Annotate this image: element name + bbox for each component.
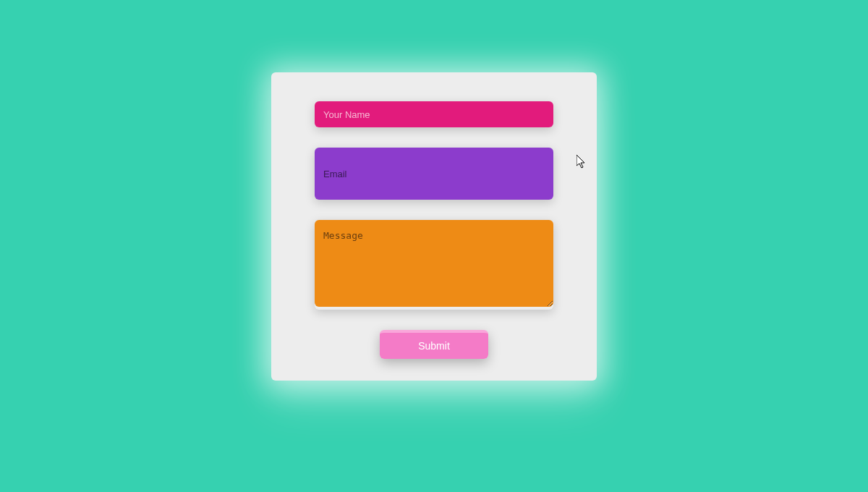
name-field-wrap — [315, 101, 553, 127]
name-input[interactable] — [315, 101, 553, 127]
contact-form-card: Submit — [271, 72, 597, 381]
submit-wrap: Submit — [380, 330, 488, 359]
submit-button[interactable]: Submit — [380, 330, 488, 359]
email-field-wrap — [315, 148, 553, 200]
message-field-wrap — [315, 220, 553, 310]
email-input[interactable] — [315, 148, 553, 200]
message-textarea[interactable] — [315, 220, 553, 307]
